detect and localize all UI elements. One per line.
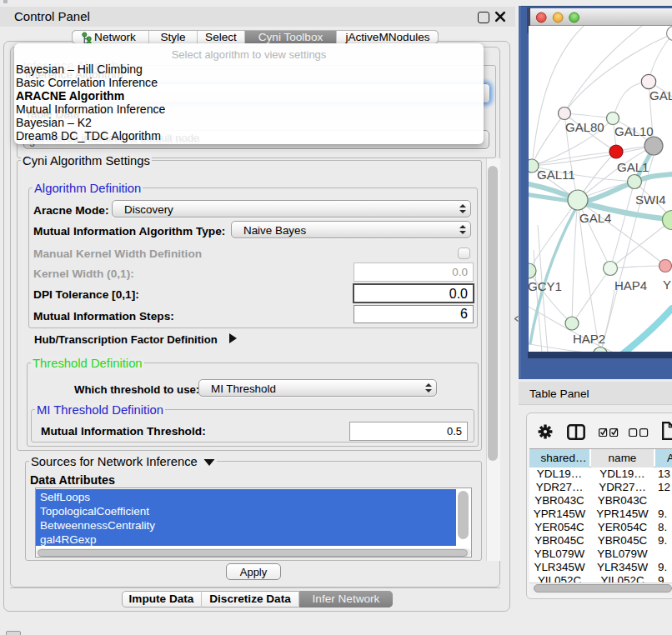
svg-text:GAL80: GAL80 (565, 120, 604, 134)
svg-text:GCY1: GCY1 (529, 279, 562, 293)
svg-text:HAP4: HAP4 (614, 278, 647, 292)
svg-text:HAP2: HAP2 (573, 332, 605, 346)
svg-text:GAL10: GAL10 (614, 124, 654, 138)
svg-text:Y: Y (663, 278, 671, 292)
svg-text:GAL1: GAL1 (617, 160, 649, 174)
svg-text:GAL4: GAL4 (579, 211, 611, 225)
svg-text:GAL11: GAL11 (537, 168, 575, 182)
svg-text:GAL7: GAL7 (649, 88, 672, 102)
svg-text:SWI4: SWI4 (635, 192, 666, 207)
